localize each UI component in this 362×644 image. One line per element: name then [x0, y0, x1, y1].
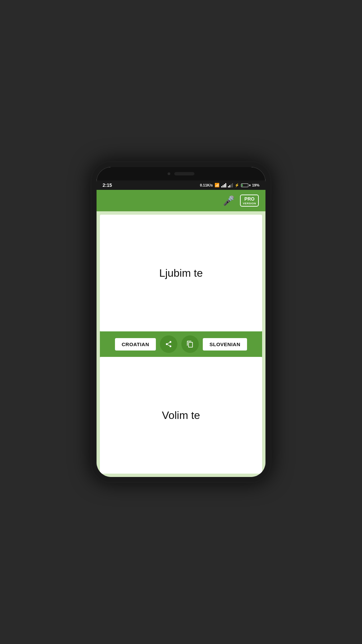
copy-button[interactable] — [181, 335, 199, 353]
signal-bar-3 — [224, 184, 225, 187]
signal-bar2-1 — [228, 186, 229, 187]
battery-indicator — [241, 183, 250, 187]
target-translation-text: Volim te — [162, 409, 200, 422]
speaker-grille — [174, 172, 194, 175]
battery-tip — [249, 184, 250, 186]
source-translation-text: Ljubim te — [159, 267, 203, 279]
share-button[interactable] — [160, 335, 177, 353]
copy-icon — [186, 340, 194, 348]
target-language-button[interactable]: SLOVENIAN — [203, 338, 247, 351]
signal-bars-2 — [228, 183, 233, 187]
status-icons: 0.11K/s 📶 ⚡ — [200, 183, 259, 187]
camera-dot — [168, 172, 170, 175]
source-language-button[interactable]: CROATIAN — [115, 338, 156, 351]
middle-toolbar: CROATIAN SLOVENIAN — [100, 331, 262, 357]
signal-bar2-3 — [231, 184, 232, 187]
battery-percent: 19% — [252, 183, 259, 187]
microphone-icon[interactable]: 🎤 — [223, 195, 235, 206]
pro-label: PRO — [243, 196, 256, 202]
pro-version-badge[interactable]: PRO VERSION — [240, 195, 259, 207]
network-speed: 0.11K/s — [200, 183, 213, 187]
signal-bar2-2 — [229, 185, 230, 187]
main-content: Ljubim te CROATIAN SLOVENIAN — [97, 211, 265, 477]
share-icon — [165, 340, 172, 348]
source-translation-card[interactable]: Ljubim te — [100, 215, 262, 331]
charging-icon: ⚡ — [235, 183, 239, 187]
target-translation-card[interactable]: Volim te — [100, 357, 262, 474]
status-bar: 2:15 0.11K/s 📶 ⚡ — [97, 180, 265, 190]
app-bar: 🎤 PRO VERSION — [97, 190, 265, 211]
signal-bars — [221, 183, 226, 187]
time-display: 2:15 — [103, 182, 112, 188]
phone-shell: 2:15 0.11K/s 📶 ⚡ — [90, 161, 272, 483]
phone-screen: 2:15 0.11K/s 📶 ⚡ — [97, 167, 265, 477]
signal-bar-1 — [221, 186, 222, 187]
signal-bar-4 — [225, 183, 226, 187]
wifi-icon: 📶 — [215, 183, 220, 187]
battery-fill — [242, 184, 243, 186]
signal-bar2-4 — [232, 183, 233, 187]
camera-bar — [97, 167, 265, 180]
signal-bar-2 — [223, 185, 224, 187]
version-label: VERSION — [243, 202, 256, 205]
battery-body — [241, 183, 248, 187]
